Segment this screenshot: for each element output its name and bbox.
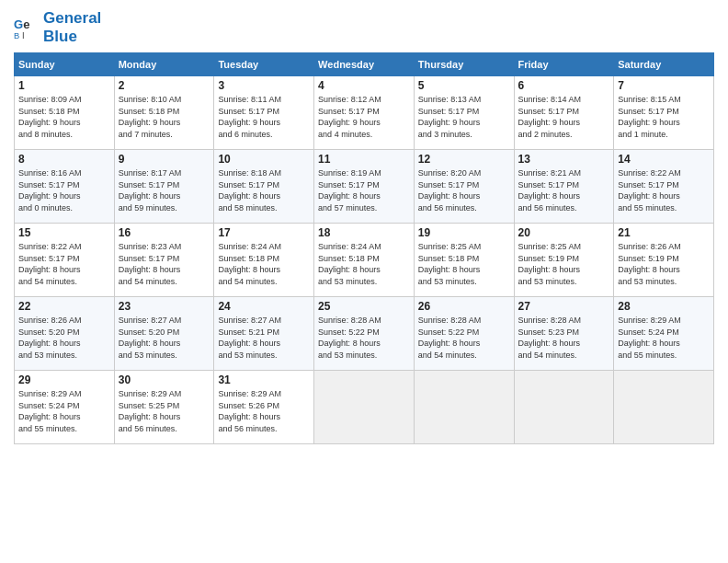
weekday-header-wednesday: Wednesday bbox=[314, 53, 415, 76]
weekday-header-friday: Friday bbox=[514, 53, 614, 76]
calendar-cell: 30Sunrise: 8:29 AMSunset: 5:25 PMDayligh… bbox=[114, 371, 214, 444]
day-number: 12 bbox=[418, 153, 510, 166]
day-number: 3 bbox=[218, 79, 310, 92]
day-number: 15 bbox=[18, 226, 110, 239]
day-number: 29 bbox=[18, 373, 110, 386]
day-info: Sunrise: 8:21 AMSunset: 5:17 PMDaylight:… bbox=[518, 167, 610, 213]
day-info: Sunrise: 8:24 AMSunset: 5:18 PMDaylight:… bbox=[318, 241, 410, 287]
day-number: 20 bbox=[518, 226, 610, 239]
calendar-cell: 11Sunrise: 8:19 AMSunset: 5:17 PMDayligh… bbox=[314, 150, 415, 224]
day-number: 22 bbox=[18, 300, 110, 313]
calendar-cell: 21Sunrise: 8:26 AMSunset: 5:19 PMDayligh… bbox=[614, 224, 714, 297]
day-info: Sunrise: 8:25 AMSunset: 5:19 PMDaylight:… bbox=[518, 241, 610, 287]
day-info: Sunrise: 8:26 AMSunset: 5:20 PMDaylight:… bbox=[18, 315, 110, 361]
calendar-cell: 16Sunrise: 8:23 AMSunset: 5:17 PMDayligh… bbox=[114, 224, 214, 297]
calendar-cell: 24Sunrise: 8:27 AMSunset: 5:21 PMDayligh… bbox=[214, 297, 314, 371]
day-number: 14 bbox=[618, 153, 710, 166]
logo-general: General bbox=[43, 9, 101, 27]
calendar-cell: 23Sunrise: 8:27 AMSunset: 5:20 PMDayligh… bbox=[114, 297, 214, 371]
calendar-week-4: 22Sunrise: 8:26 AMSunset: 5:20 PMDayligh… bbox=[15, 297, 714, 371]
logo: G e B l General Blue bbox=[14, 9, 101, 45]
day-number: 21 bbox=[618, 226, 710, 239]
day-info: Sunrise: 8:29 AMSunset: 5:24 PMDaylight:… bbox=[18, 388, 110, 434]
calendar-cell: 14Sunrise: 8:22 AMSunset: 5:17 PMDayligh… bbox=[614, 150, 714, 224]
day-info: Sunrise: 8:22 AMSunset: 5:17 PMDaylight:… bbox=[618, 167, 710, 213]
day-info: Sunrise: 8:18 AMSunset: 5:17 PMDaylight:… bbox=[218, 167, 310, 213]
day-info: Sunrise: 8:27 AMSunset: 5:20 PMDaylight:… bbox=[119, 315, 210, 361]
calendar-table: SundayMondayTuesdayWednesdayThursdayFrid… bbox=[14, 52, 714, 444]
day-info: Sunrise: 8:13 AMSunset: 5:17 PMDaylight:… bbox=[418, 94, 510, 140]
calendar-week-1: 1Sunrise: 8:09 AMSunset: 5:18 PMDaylight… bbox=[15, 76, 714, 150]
day-number: 17 bbox=[218, 226, 310, 239]
day-number: 7 bbox=[618, 79, 710, 92]
day-number: 18 bbox=[318, 226, 410, 239]
day-number: 10 bbox=[218, 153, 310, 166]
day-number: 31 bbox=[218, 373, 310, 386]
day-number: 5 bbox=[418, 79, 510, 92]
day-info: Sunrise: 8:26 AMSunset: 5:19 PMDaylight:… bbox=[618, 241, 710, 287]
day-info: Sunrise: 8:28 AMSunset: 5:22 PMDaylight:… bbox=[418, 315, 510, 361]
calendar-cell: 18Sunrise: 8:24 AMSunset: 5:18 PMDayligh… bbox=[314, 224, 415, 297]
day-number: 6 bbox=[518, 79, 610, 92]
calendar-cell: 19Sunrise: 8:25 AMSunset: 5:18 PMDayligh… bbox=[414, 224, 514, 297]
day-info: Sunrise: 8:11 AMSunset: 5:17 PMDaylight:… bbox=[218, 94, 310, 140]
weekday-header-sunday: Sunday bbox=[15, 53, 115, 76]
calendar-week-3: 15Sunrise: 8:22 AMSunset: 5:17 PMDayligh… bbox=[15, 224, 714, 297]
day-number: 8 bbox=[18, 153, 110, 166]
day-number: 13 bbox=[518, 153, 610, 166]
day-info: Sunrise: 8:17 AMSunset: 5:17 PMDaylight:… bbox=[119, 167, 210, 213]
calendar-cell: 12Sunrise: 8:20 AMSunset: 5:17 PMDayligh… bbox=[414, 150, 514, 224]
calendar-cell: 1Sunrise: 8:09 AMSunset: 5:18 PMDaylight… bbox=[15, 76, 115, 150]
day-number: 11 bbox=[318, 153, 410, 166]
calendar-cell: 3Sunrise: 8:11 AMSunset: 5:17 PMDaylight… bbox=[214, 76, 314, 150]
day-number: 25 bbox=[318, 300, 410, 313]
calendar-cell: 29Sunrise: 8:29 AMSunset: 5:24 PMDayligh… bbox=[15, 371, 115, 444]
calendar-cell: 7Sunrise: 8:15 AMSunset: 5:17 PMDaylight… bbox=[614, 76, 714, 150]
calendar-cell: 31Sunrise: 8:29 AMSunset: 5:26 PMDayligh… bbox=[214, 371, 314, 444]
weekday-header-saturday: Saturday bbox=[614, 53, 714, 76]
calendar-week-2: 8Sunrise: 8:16 AMSunset: 5:17 PMDaylight… bbox=[15, 150, 714, 224]
day-number: 30 bbox=[119, 373, 210, 386]
calendar-cell: 17Sunrise: 8:24 AMSunset: 5:18 PMDayligh… bbox=[214, 224, 314, 297]
day-info: Sunrise: 8:09 AMSunset: 5:18 PMDaylight:… bbox=[18, 94, 110, 140]
svg-text:l: l bbox=[22, 31, 24, 40]
calendar-cell: 22Sunrise: 8:26 AMSunset: 5:20 PMDayligh… bbox=[15, 297, 115, 371]
day-info: Sunrise: 8:14 AMSunset: 5:17 PMDaylight:… bbox=[518, 94, 610, 140]
day-info: Sunrise: 8:28 AMSunset: 5:23 PMDaylight:… bbox=[518, 315, 610, 361]
calendar-cell: 26Sunrise: 8:28 AMSunset: 5:22 PMDayligh… bbox=[414, 297, 514, 371]
calendar-week-5: 29Sunrise: 8:29 AMSunset: 5:24 PMDayligh… bbox=[15, 371, 714, 444]
logo-text: General Blue bbox=[43, 9, 101, 45]
day-number: 26 bbox=[418, 300, 510, 313]
day-info: Sunrise: 8:29 AMSunset: 5:26 PMDaylight:… bbox=[218, 388, 310, 434]
day-info: Sunrise: 8:29 AMSunset: 5:24 PMDaylight:… bbox=[618, 315, 710, 361]
calendar-cell: 4Sunrise: 8:12 AMSunset: 5:17 PMDaylight… bbox=[314, 76, 415, 150]
header: G e B l General Blue bbox=[14, 9, 714, 45]
day-info: Sunrise: 8:28 AMSunset: 5:22 PMDaylight:… bbox=[318, 315, 410, 361]
svg-text:e: e bbox=[23, 17, 29, 30]
svg-text:B: B bbox=[14, 31, 19, 40]
calendar-body: 1Sunrise: 8:09 AMSunset: 5:18 PMDaylight… bbox=[15, 76, 714, 444]
day-info: Sunrise: 8:16 AMSunset: 5:17 PMDaylight:… bbox=[18, 167, 110, 213]
day-number: 24 bbox=[218, 300, 310, 313]
day-number: 16 bbox=[119, 226, 210, 239]
calendar-cell: 6Sunrise: 8:14 AMSunset: 5:17 PMDaylight… bbox=[514, 76, 614, 150]
weekday-header-monday: Monday bbox=[114, 53, 214, 76]
day-info: Sunrise: 8:20 AMSunset: 5:17 PMDaylight:… bbox=[418, 167, 510, 213]
calendar-cell: 15Sunrise: 8:22 AMSunset: 5:17 PMDayligh… bbox=[15, 224, 115, 297]
calendar-cell: 10Sunrise: 8:18 AMSunset: 5:17 PMDayligh… bbox=[214, 150, 314, 224]
logo-blue: Blue bbox=[43, 28, 101, 46]
day-info: Sunrise: 8:22 AMSunset: 5:17 PMDaylight:… bbox=[18, 241, 110, 287]
day-info: Sunrise: 8:27 AMSunset: 5:21 PMDaylight:… bbox=[218, 315, 310, 361]
page-container: G e B l General Blue SundayMondayTuesday… bbox=[0, 0, 728, 454]
day-info: Sunrise: 8:23 AMSunset: 5:17 PMDaylight:… bbox=[119, 241, 210, 287]
weekday-row: SundayMondayTuesdayWednesdayThursdayFrid… bbox=[15, 53, 714, 76]
day-number: 1 bbox=[18, 79, 110, 92]
day-number: 2 bbox=[119, 79, 210, 92]
day-info: Sunrise: 8:10 AMSunset: 5:18 PMDaylight:… bbox=[119, 94, 210, 140]
calendar-cell bbox=[614, 371, 714, 444]
day-info: Sunrise: 8:25 AMSunset: 5:18 PMDaylight:… bbox=[418, 241, 510, 287]
calendar-cell: 25Sunrise: 8:28 AMSunset: 5:22 PMDayligh… bbox=[314, 297, 415, 371]
calendar-cell: 2Sunrise: 8:10 AMSunset: 5:18 PMDaylight… bbox=[114, 76, 214, 150]
calendar-cell: 20Sunrise: 8:25 AMSunset: 5:19 PMDayligh… bbox=[514, 224, 614, 297]
day-number: 4 bbox=[318, 79, 410, 92]
